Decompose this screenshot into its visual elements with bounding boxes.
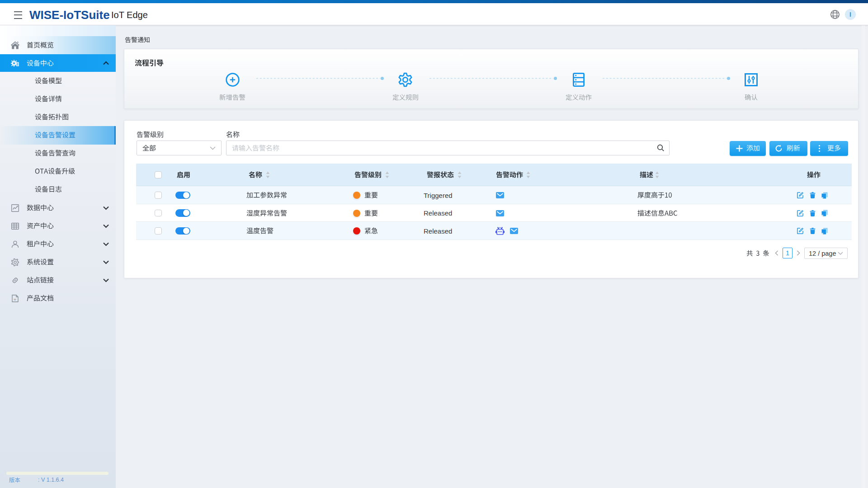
svg-text:w: w [13,298,16,301]
